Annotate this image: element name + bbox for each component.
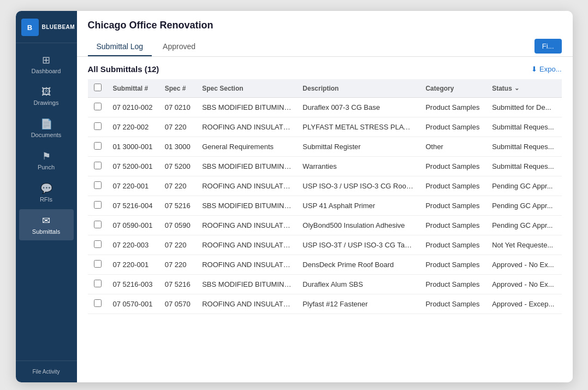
row-checkbox-10[interactable] bbox=[94, 299, 102, 307]
documents-icon: 📄 bbox=[40, 118, 52, 130]
row-checkbox-2[interactable] bbox=[94, 142, 102, 150]
row-category: Product Samples bbox=[420, 235, 486, 255]
row-checkbox-cell[interactable] bbox=[88, 196, 108, 216]
row-checkbox-cell[interactable] bbox=[88, 255, 108, 275]
sidebar-item-punch[interactable]: ⚑ Punch bbox=[19, 145, 74, 176]
col-submittal-num: Submittal # bbox=[108, 79, 159, 98]
submittals-count: All Submittals (12) bbox=[88, 64, 159, 74]
row-checkbox-6[interactable] bbox=[94, 221, 102, 228]
table-row: 07 0210-002 07 0210 SBS MODIFIED BITUMIN… bbox=[88, 98, 562, 117]
tab-action-button[interactable]: Fi... bbox=[534, 39, 562, 54]
drawings-icon: 🖼 bbox=[41, 86, 51, 98]
table-row: 01 3000-001 01 3000 General Requirements… bbox=[88, 137, 562, 157]
row-status: Submitted for De... bbox=[486, 98, 561, 117]
project-title: Chicago Office Renovation bbox=[88, 20, 562, 31]
header: Chicago Office Renovation Submittal LogA… bbox=[77, 11, 573, 57]
row-description: Duraflex Alum SBS bbox=[297, 275, 420, 294]
row-spec-num: 07 220 bbox=[159, 117, 197, 137]
row-status: Approved - No Ex... bbox=[486, 255, 561, 275]
table-row: 07 220-003 07 220 ROOFING AND INSULATION… bbox=[88, 235, 562, 255]
row-checkbox-cell[interactable] bbox=[88, 216, 108, 235]
row-category: Product Samples bbox=[420, 157, 486, 176]
row-submittal-num: 07 0570-001 bbox=[108, 294, 159, 314]
sidebar-item-submittals[interactable]: ✉ Submittals bbox=[19, 209, 74, 240]
table-row: 07 220-002 07 220 ROOFING AND INSULATION… bbox=[88, 117, 562, 137]
row-status: Submittal Reques... bbox=[486, 137, 561, 157]
export-button[interactable]: ⬇ Expo... bbox=[531, 65, 561, 73]
row-checkbox-0[interactable] bbox=[94, 103, 102, 110]
drawings-label: Drawings bbox=[34, 99, 59, 106]
submittals-icon: ✉ bbox=[42, 215, 50, 227]
row-submittal-num: 07 5216-003 bbox=[108, 275, 159, 294]
row-checkbox-5[interactable] bbox=[94, 201, 102, 209]
row-checkbox-8[interactable] bbox=[94, 260, 102, 268]
sidebar-item-dashboard[interactable]: ⊞ Dashboard bbox=[19, 49, 74, 80]
dashboard-label: Dashboard bbox=[32, 68, 61, 74]
row-checkbox-cell[interactable] bbox=[88, 157, 108, 176]
table-body: 07 0210-002 07 0210 SBS MODIFIED BITUMIN… bbox=[88, 98, 562, 314]
sidebar-footer-button[interactable]: File Activity bbox=[16, 361, 77, 382]
punch-icon: ⚑ bbox=[42, 150, 51, 162]
table-header: Submittal # Spec # Spec Section Descript… bbox=[88, 79, 562, 98]
row-submittal-num: 07 220-003 bbox=[108, 235, 159, 255]
row-submittal-num: 07 0590-001 bbox=[108, 216, 159, 235]
row-checkbox-cell[interactable] bbox=[88, 117, 108, 137]
col-checkbox bbox=[88, 79, 108, 98]
row-checkbox-9[interactable] bbox=[94, 280, 102, 287]
sidebar-logo: B BLUEBEAM bbox=[16, 11, 77, 43]
row-checkbox-3[interactable] bbox=[94, 162, 102, 169]
row-spec-section: ROOFING AND INSULATION ADHESIV... bbox=[197, 117, 297, 137]
row-status: Approved - Excep... bbox=[486, 294, 561, 314]
row-description: USP ISO-3T / USP ISO-3 CG Tapered Roof I… bbox=[297, 235, 420, 255]
punch-label: Punch bbox=[38, 164, 55, 170]
row-checkbox-1[interactable] bbox=[94, 122, 102, 130]
row-spec-num: 07 5216 bbox=[159, 196, 197, 216]
row-checkbox-7[interactable] bbox=[94, 240, 102, 248]
row-checkbox-4[interactable] bbox=[94, 181, 102, 189]
sidebar-item-drawings[interactable]: 🖼 Drawings bbox=[19, 81, 74, 111]
row-status: Approved - No Ex... bbox=[486, 275, 561, 294]
col-status[interactable]: Status bbox=[486, 79, 561, 98]
table-row: 07 0590-001 07 0590 ROOFING AND INSULATI… bbox=[88, 216, 562, 235]
sidebar-item-rfis[interactable]: 💬 RFIs bbox=[19, 177, 74, 208]
row-checkbox-cell[interactable] bbox=[88, 275, 108, 294]
row-submittal-num: 07 5216-004 bbox=[108, 196, 159, 216]
row-status: Submittal Reques... bbox=[486, 157, 561, 176]
row-status: Pending GC Appr... bbox=[486, 176, 561, 196]
row-checkbox-cell[interactable] bbox=[88, 137, 108, 157]
col-spec-section: Spec Section bbox=[197, 79, 297, 98]
row-spec-num: 01 3000 bbox=[159, 137, 197, 157]
row-status: Pending GC Appr... bbox=[486, 216, 561, 235]
row-category: Product Samples bbox=[420, 117, 486, 137]
content-area: All Submittals (12) ⬇ Expo... Submittal … bbox=[77, 57, 573, 382]
row-category: Product Samples bbox=[420, 294, 486, 314]
status-sort-button[interactable]: Status bbox=[492, 85, 556, 92]
tab-submittal-log[interactable]: Submittal Log bbox=[88, 38, 152, 56]
row-spec-num: 07 5200 bbox=[159, 157, 197, 176]
table-row: 07 5216-003 07 5216 SBS MODIFIED BITUMIN… bbox=[88, 275, 562, 294]
logo-box: B bbox=[21, 19, 39, 36]
sidebar-item-documents[interactable]: 📄 Documents bbox=[19, 113, 74, 144]
rfis-icon: 💬 bbox=[40, 182, 52, 194]
row-checkbox-cell[interactable] bbox=[88, 294, 108, 314]
row-submittal-num: 07 220-001 bbox=[108, 255, 159, 275]
row-checkbox-cell[interactable] bbox=[88, 235, 108, 255]
row-spec-num: 07 0210 bbox=[159, 98, 197, 117]
row-submittal-num: 07 5200-001 bbox=[108, 157, 159, 176]
row-spec-num: 07 220 bbox=[159, 235, 197, 255]
submittals-label: Submittals bbox=[32, 228, 60, 235]
row-checkbox-cell[interactable] bbox=[88, 176, 108, 196]
row-category: Product Samples bbox=[420, 216, 486, 235]
select-all-checkbox[interactable] bbox=[94, 84, 102, 91]
row-category: Other bbox=[420, 137, 486, 157]
submittals-table: Submittal # Spec # Spec Section Descript… bbox=[88, 79, 562, 314]
row-description: USP ISO-3 / USP ISO-3 CG Roof Insulation bbox=[297, 176, 420, 196]
row-status: Submittal Reques... bbox=[486, 117, 561, 137]
tab-approved[interactable]: Approved bbox=[154, 38, 204, 56]
sidebar-nav: ⊞ Dashboard 🖼 Drawings 📄 Documents ⚑ Pun… bbox=[16, 43, 77, 361]
row-spec-section: ROOFING AND INSULATION ADHESIV... bbox=[197, 235, 297, 255]
row-submittal-num: 07 220-002 bbox=[108, 117, 159, 137]
logo-text: BLUEBEAM bbox=[42, 24, 75, 31]
row-spec-section: SBS MODIFIED BITUMINOUS MEMBR... bbox=[197, 275, 297, 294]
row-checkbox-cell[interactable] bbox=[88, 98, 108, 117]
